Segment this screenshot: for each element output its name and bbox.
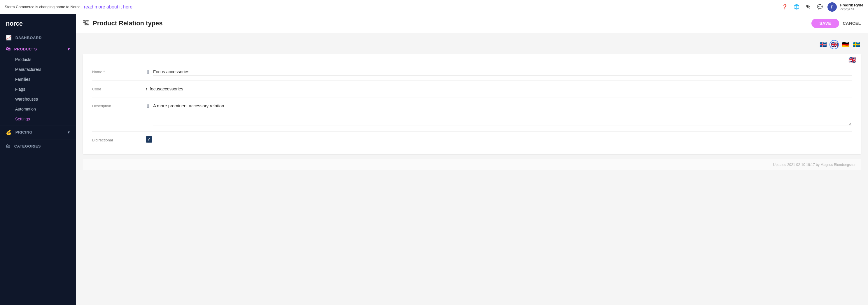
user-subtitle: Zephyr SE — [840, 7, 863, 11]
help-icon[interactable]: ❓ — [781, 3, 789, 11]
main-layout: norce 📈 DASHBOARD 🛍 PRODUCTS ▾ Products … — [0, 14, 868, 305]
dashboard-icon: 📈 — [6, 35, 12, 40]
page-header: 🏗 Product Relation types SAVE CANCEL — [76, 14, 868, 33]
description-wrapper: A more prominent accessory relation — [153, 102, 852, 126]
bidirectional-label: Bidirectional — [92, 136, 139, 142]
topbar-left: Storm Commerce is changing name to Norce… — [5, 4, 132, 10]
logo: norce — [0, 14, 76, 32]
description-label: Description — [92, 102, 139, 108]
sidebar-item-products-header[interactable]: 🛍 PRODUCTS ▾ — [0, 43, 76, 55]
sidebar-item-manufacturers[interactable]: Manufacturers — [0, 64, 76, 74]
page-icon: 🏗 — [83, 20, 89, 27]
name-value: ⬇ — [146, 68, 852, 75]
required-marker: * — [103, 70, 105, 74]
form-row-description: Description ⬇ A more prominent accessory… — [92, 97, 852, 131]
flag-is[interactable]: 🇮🇸 — [818, 40, 828, 49]
language-icon[interactable]: 🌐 — [793, 3, 801, 11]
sidebar-item-warehouses[interactable]: Warehouses — [0, 94, 76, 104]
bidirectional-checkbox[interactable]: ✓ — [146, 136, 152, 143]
announcement-text: Storm Commerce is changing name to Norce… — [5, 5, 82, 9]
flag-se[interactable]: 🇸🇪 — [852, 40, 861, 49]
checkmark-icon: ✓ — [147, 137, 151, 142]
topbar: Storm Commerce is changing name to Norce… — [0, 0, 868, 14]
description-input[interactable]: A more prominent accessory relation — [153, 102, 852, 125]
description-value: ⬇ A more prominent accessory relation — [146, 102, 852, 126]
page-title: Product Relation types — [93, 20, 163, 27]
sidebar: norce 📈 DASHBOARD 🛍 PRODUCTS ▾ Products … — [0, 14, 76, 305]
cancel-button[interactable]: CANCEL — [843, 21, 861, 26]
bidirectional-value: ✓ — [146, 136, 852, 143]
chevron-down-icon: ▾ — [68, 130, 70, 134]
pricing-icon: 💰 — [6, 129, 12, 135]
code-label: Code — [92, 85, 139, 91]
user-name: Fredrik Ryde — [840, 3, 863, 7]
checkbox-wrapper[interactable]: ✓ — [146, 136, 152, 143]
sidebar-item-dashboard[interactable]: 📈 DASHBOARD — [0, 32, 76, 43]
avatar[interactable]: F — [828, 2, 837, 12]
flag-gb[interactable]: 🇬🇧 — [830, 40, 839, 49]
page-header-right: SAVE CANCEL — [811, 19, 861, 28]
code-text: r_focusaccessories — [146, 85, 852, 92]
form-card: 🇬🇧 Name * ⬇ Code — [83, 54, 861, 154]
page-header-left: 🏗 Product Relation types — [83, 20, 163, 27]
sidebar-item-automation[interactable]: Automation — [0, 104, 76, 114]
content-area: 🇮🇸 🇬🇧 🇩🇪 🇸🇪 🇬🇧 Name * ⬇ — [76, 33, 868, 305]
translate-desc-icon: ⬇ — [146, 103, 150, 110]
categories-icon: 🗂 — [6, 144, 11, 149]
name-label: Name * — [92, 68, 139, 74]
percent-icon[interactable]: % — [804, 3, 812, 11]
chat-icon[interactable]: 💬 — [816, 3, 824, 11]
sidebar-item-pricing[interactable]: 💰 PRICING ▾ — [0, 126, 76, 138]
flag-de[interactable]: 🇩🇪 — [841, 40, 850, 49]
sidebar-item-products[interactable]: Products — [0, 55, 76, 64]
user-info: Fredrik Ryde Zephyr SE — [840, 3, 863, 11]
sidebar-divider-1 — [0, 125, 76, 125]
products-icon: 🛍 — [6, 47, 11, 52]
sidebar-divider-2 — [0, 139, 76, 140]
form-row-code: Code r_focusaccessories — [92, 81, 852, 97]
form-row-name: Name * ⬇ — [92, 63, 852, 81]
translate-icon: ⬇ — [146, 69, 150, 75]
form-row-bidirectional: Bidirectional ✓ — [92, 131, 852, 147]
main-content: 🏗 Product Relation types SAVE CANCEL 🇮🇸 … — [76, 14, 868, 305]
secondary-flag-icon: 🇬🇧 — [848, 56, 856, 64]
updated-text: Updated 2021-02-10 19:17 by Magnus Blomb… — [773, 163, 856, 167]
sidebar-item-flags[interactable]: Flags — [0, 84, 76, 94]
sidebar-item-categories[interactable]: 🗂 CATEGORIES — [0, 141, 76, 152]
save-button[interactable]: SAVE — [811, 19, 839, 28]
language-flags: 🇮🇸 🇬🇧 🇩🇪 🇸🇪 — [83, 40, 861, 49]
form-footer: Updated 2021-02-10 19:17 by Magnus Blomb… — [83, 159, 861, 170]
name-input[interactable] — [153, 68, 852, 75]
sidebar-item-settings[interactable]: Settings — [0, 114, 76, 124]
sidebar-item-families[interactable]: Families — [0, 74, 76, 84]
chevron-down-icon: ▾ — [68, 47, 70, 51]
logo-text: norce — [6, 20, 23, 27]
announcement-link[interactable]: read more about it here — [84, 4, 132, 10]
code-value: r_focusaccessories — [146, 85, 852, 92]
topbar-right: ❓ 🌐 % 💬 F Fredrik Ryde Zephyr SE — [781, 2, 863, 12]
